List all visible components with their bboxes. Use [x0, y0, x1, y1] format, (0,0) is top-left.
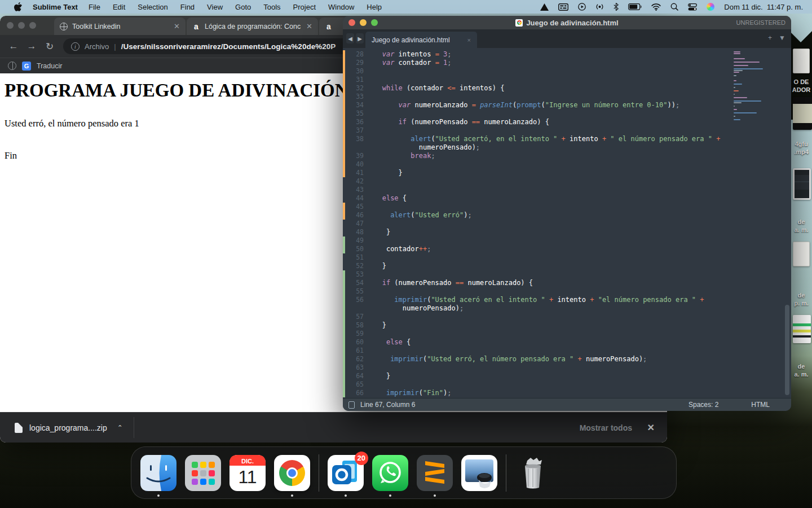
code-line-52[interactable]: 52 } [343, 262, 791, 270]
playback-icon[interactable] [578, 3, 586, 11]
close-window-button[interactable] [348, 19, 355, 26]
minimap[interactable] [734, 51, 766, 121]
globe-icon[interactable] [8, 62, 16, 70]
download-item[interactable]: logica_programa....zip ⌃ [0, 423, 123, 433]
code-line-63[interactable]: 63 [343, 364, 791, 372]
code-line-47[interactable]: 47 [343, 220, 791, 228]
code-line-40[interactable]: 40 [343, 160, 791, 169]
desktop-file-thumbnail[interactable] [793, 242, 810, 266]
input-source-icon[interactable] [558, 3, 568, 11]
desktop-file-thumbnail[interactable] [793, 168, 811, 200]
menu-edit[interactable]: Edit [107, 3, 131, 11]
code-line-56[interactable]: 56 imprimir("Usted aceró en el intento "… [343, 296, 791, 304]
code-line-50[interactable]: 50 contador++; [343, 245, 791, 253]
code-line-58[interactable]: 58 } [343, 321, 791, 330]
siri-icon[interactable] [707, 3, 714, 11]
code-line-51[interactable]: 51 [343, 253, 791, 262]
syntax-setting[interactable]: HTML [751, 401, 770, 409]
code-line-44[interactable]: 44 else { [343, 194, 791, 203]
tab-close-icon[interactable]: × [467, 37, 471, 43]
vintage-mode-icon[interactable] [348, 401, 355, 409]
back-button[interactable]: ← [6, 41, 21, 52]
menu-view[interactable]: View [201, 3, 229, 11]
tab-close-icon[interactable]: ✕ [306, 22, 312, 30]
menu-app-name[interactable]: Sublime Text [33, 3, 78, 11]
forward-button[interactable]: → [24, 41, 39, 52]
wifi-icon[interactable] [651, 3, 661, 11]
code-line-46[interactable]: 46 alert("Usted erró"); [343, 211, 791, 220]
dock-whatsapp[interactable] [372, 455, 408, 491]
code-line-36[interactable]: 36 if (numeroPensado == numeroLanzado) { [343, 118, 791, 126]
code-line-49[interactable]: 49 [343, 237, 791, 245]
dropbox-triangle-icon[interactable] [540, 3, 549, 11]
apple-menu-icon[interactable] [14, 2, 23, 12]
code-line-42[interactable]: 42 [343, 177, 791, 186]
dock-calendar[interactable]: DIC. 11 [230, 455, 266, 491]
code-line-55[interactable]: 55 [343, 287, 791, 296]
minimize-window-button[interactable] [360, 19, 367, 26]
code-editor[interactable]: 28 var intentos = 3;29 var contador = 1;… [343, 48, 791, 398]
dock-finder[interactable] [140, 455, 176, 491]
code-line-59[interactable]: 59 [343, 330, 791, 338]
indent-setting[interactable]: Spaces: 2 [689, 401, 718, 409]
tab-close-icon[interactable]: ✕ [174, 22, 180, 30]
spotlight-icon[interactable] [670, 3, 678, 11]
chevron-up-icon[interactable]: ⌃ [117, 424, 123, 432]
page-info-icon[interactable]: i [71, 42, 80, 51]
code-line-28[interactable]: 28 var intentos = 3; [343, 50, 791, 59]
dock-chrome[interactable] [274, 455, 310, 491]
menu-help[interactable]: Help [360, 3, 388, 11]
code-line-66[interactable]: 66 imprimir("Fin"); [343, 389, 791, 397]
desktop-file-thumbnail[interactable] [793, 49, 810, 73]
tab-overflow-icon[interactable]: ▼ [779, 34, 785, 42]
code-line-53[interactable]: 53 [343, 270, 791, 279]
translate-icon[interactable]: G [22, 62, 31, 71]
code-line-wrap[interactable]: numeroPensado); [343, 304, 791, 313]
menu-clock[interactable]: Dom 11 dic. 11:47 p. m. [724, 3, 803, 11]
close-downloads-icon[interactable]: ✕ [647, 422, 655, 433]
code-line-29[interactable]: 29 var contador = 1; [343, 59, 791, 67]
code-line-48[interactable]: 48 } [343, 228, 791, 237]
code-line-30[interactable]: 30 [343, 67, 791, 76]
new-tab-icon[interactable]: + [768, 34, 772, 42]
scrollbar-thumb[interactable] [785, 305, 789, 395]
chrome-tab-2[interactable]: a Lógica de programación: Conc ✕ [187, 17, 318, 35]
menu-tools[interactable]: Tools [257, 3, 286, 11]
code-line-62[interactable]: 62 imprimir("Usted erró, el número pensa… [343, 355, 791, 364]
code-line-41[interactable]: 41 } [343, 169, 791, 177]
menu-find[interactable]: Find [174, 3, 201, 11]
dock-launchpad[interactable] [185, 455, 221, 491]
dock-outlook[interactable]: 20 [328, 455, 364, 491]
code-line-54[interactable]: 54 if (numeroPensado == numeroLanzado) { [343, 279, 791, 287]
dock-trash[interactable] [515, 455, 551, 491]
hotspot-icon[interactable] [595, 3, 604, 11]
code-line-33[interactable]: 33 [343, 93, 791, 101]
dock-preview[interactable] [461, 455, 497, 491]
code-line-64[interactable]: 64 } [343, 372, 791, 380]
code-line-39[interactable]: 39 break; [343, 152, 791, 160]
code-line-31[interactable]: 31 [343, 76, 791, 84]
menu-project[interactable]: Project [287, 3, 322, 11]
code-line-32[interactable]: 32 while (contador <= intentos) { [343, 84, 791, 93]
code-line-65[interactable]: 65 [343, 380, 791, 389]
code-line-37[interactable]: 37 [343, 126, 791, 135]
tab-scroll-left-icon[interactable]: ◀ [346, 33, 354, 43]
reload-button[interactable]: ↻ [42, 41, 58, 52]
zoom-window-button[interactable] [371, 19, 378, 26]
bluetooth-icon[interactable] [614, 3, 619, 11]
chrome-traffic-lights[interactable] [0, 16, 54, 35]
tab-scroll-right-icon[interactable]: ▶ [356, 33, 364, 43]
control-center-icon[interactable] [688, 3, 697, 11]
code-line-60[interactable]: 60 else { [343, 338, 791, 347]
menu-window[interactable]: Window [322, 3, 360, 11]
sublime-traffic-lights[interactable] [343, 19, 378, 26]
code-line-61[interactable]: 61 [343, 347, 791, 355]
code-line-43[interactable]: 43 [343, 186, 791, 194]
code-line-38[interactable]: 38 alert("Usted acertó, en el intento " … [343, 135, 791, 143]
menu-selection[interactable]: Selection [131, 3, 174, 11]
desktop-file-thumbnail[interactable] [793, 315, 811, 343]
code-line-57[interactable]: 57 [343, 313, 791, 321]
sublime-tab-active[interactable]: Juego de adivinación.html × [365, 32, 477, 48]
code-line-34[interactable]: 34 var numeroLanzado = parseInt(prompt("… [343, 101, 791, 110]
code-line-35[interactable]: 35 [343, 110, 791, 118]
